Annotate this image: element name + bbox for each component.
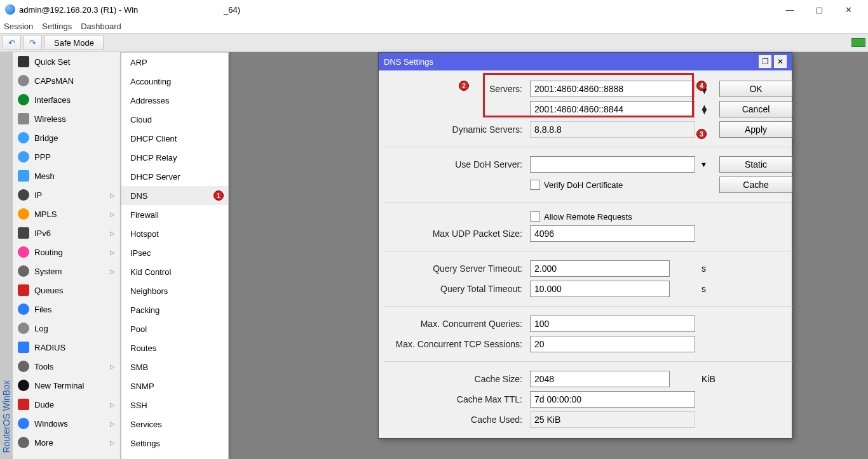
menu-dashboard[interactable]: Dashboard xyxy=(81,22,121,31)
label-qst: Query Server Timeout: xyxy=(379,263,525,274)
submenu-item-hotspot[interactable]: Hotspot xyxy=(121,224,228,243)
cancel-button[interactable]: Cancel xyxy=(719,101,792,117)
qtt-input[interactable] xyxy=(530,281,670,297)
label-cache-ttl: Cache Max TTL: xyxy=(379,394,525,404)
submenu-item-dhcp-server[interactable]: DHCP Server xyxy=(121,167,228,186)
safe-mode-button[interactable]: Safe Mode xyxy=(44,35,104,50)
submenu-item-cloud[interactable]: Cloud xyxy=(121,110,228,129)
cache-button[interactable]: Cache xyxy=(719,176,792,193)
server2-spinner[interactable]: ▲▼ xyxy=(700,105,712,114)
sidebar-item-capsman[interactable]: CAPsMAN xyxy=(13,71,120,90)
submenu-item-arp[interactable]: ARP xyxy=(121,53,228,72)
sidebar-item-tools[interactable]: Tools▷ xyxy=(13,357,120,376)
sidebar-item-bridge[interactable]: Bridge xyxy=(13,128,120,147)
doh-server-input[interactable] xyxy=(530,156,695,173)
sidebar-item-quick-set[interactable]: Quick Set xyxy=(13,52,120,71)
submenu-item-socks[interactable]: Socks xyxy=(121,453,228,459)
submenu-item-kid-control[interactable]: Kid Control xyxy=(121,262,228,281)
submenu-item-smb[interactable]: SMB xyxy=(121,357,228,376)
dialog-titlebar[interactable]: DNS Settings ❐ ✕ xyxy=(379,53,792,70)
sidebar-item-routing[interactable]: Routing▷ xyxy=(13,243,120,262)
sidebar-item-more[interactable]: More▷ xyxy=(13,433,120,452)
annotation-2: 2 xyxy=(459,81,469,91)
sidebar-item-ppp[interactable]: PPP xyxy=(13,147,120,166)
submenu-item-ssh[interactable]: SSH xyxy=(121,396,228,415)
static-button[interactable]: Static xyxy=(719,156,792,173)
sidebar-item-label: System xyxy=(34,267,62,276)
submenu-item-packing[interactable]: Packing xyxy=(121,300,228,319)
submenu-item-services[interactable]: Services xyxy=(121,415,228,434)
cache-size-input[interactable] xyxy=(530,371,670,387)
mcs-input[interactable] xyxy=(530,336,695,352)
sidebar-icon xyxy=(18,208,29,220)
sidebar-icon xyxy=(18,227,29,239)
sidebar-icon xyxy=(18,265,29,277)
server-input-1[interactable] xyxy=(530,81,695,97)
submenu-item-dhcp-relay[interactable]: DHCP Relay xyxy=(121,148,228,167)
submenu-item-routes[interactable]: Routes xyxy=(121,338,228,357)
sidebar: Quick SetCAPsMANInterfacesWirelessBridge… xyxy=(13,52,121,459)
menu-session[interactable]: Session xyxy=(4,22,33,31)
sidebar-item-label: Tools xyxy=(34,362,53,371)
max-udp-input[interactable] xyxy=(530,225,695,242)
sidebar-item-dude[interactable]: Dude▷ xyxy=(13,395,120,414)
close-button[interactable]: ✕ xyxy=(834,0,863,19)
submenu-item-snmp[interactable]: SNMP xyxy=(121,376,228,396)
undo-button[interactable]: ↶ xyxy=(3,35,21,50)
sidebar-item-mesh[interactable]: Mesh xyxy=(13,166,120,185)
verify-doh-label: Verify DoH Certificate xyxy=(544,180,623,190)
sidebar-item-radius[interactable]: RADIUS xyxy=(13,338,120,357)
dialog-restore-icon[interactable]: ❐ xyxy=(759,55,771,68)
separator xyxy=(384,147,792,147)
dynamic-servers-value: 8.8.8.8 xyxy=(530,121,695,138)
submenu-item-ipsec[interactable]: IPsec xyxy=(121,243,228,262)
verify-doh-row[interactable]: Verify DoH Certificate xyxy=(530,180,714,190)
sidebar-item-mpls[interactable]: MPLS▷ xyxy=(13,204,120,223)
minimize-button[interactable]: — xyxy=(775,0,804,19)
sidebar-icon xyxy=(18,303,29,315)
verify-doh-checkbox[interactable] xyxy=(530,180,540,190)
submenu-item-settings[interactable]: Settings xyxy=(121,434,228,453)
doh-dropdown-icon[interactable]: ▼ xyxy=(700,161,714,168)
server-input-2[interactable] xyxy=(530,101,695,117)
separator xyxy=(384,251,792,251)
cache-ttl-input[interactable] xyxy=(530,391,695,408)
allow-remote-checkbox[interactable] xyxy=(530,211,540,222)
apply-button[interactable]: Apply xyxy=(719,121,792,138)
qst-input[interactable] xyxy=(530,260,670,277)
sidebar-item-windows[interactable]: Windows▷ xyxy=(13,414,120,433)
allow-remote-row[interactable]: Allow Remote Requests xyxy=(530,211,714,222)
sidebar-icon xyxy=(18,361,29,372)
dialog-close-icon[interactable]: ✕ xyxy=(774,55,787,68)
sidebar-item-files[interactable]: Files xyxy=(13,300,120,319)
sidebar-item-ipv6[interactable]: IPv6▷ xyxy=(13,223,120,243)
sidebar-item-log[interactable]: Log xyxy=(13,319,120,338)
submenu-item-accounting[interactable]: Accounting xyxy=(121,72,228,91)
sidebar-item-wireless[interactable]: Wireless xyxy=(13,109,120,128)
sidebar-item-ip[interactable]: IP▷ xyxy=(13,185,120,204)
cache-used-value: 25 KiB xyxy=(530,411,695,428)
submenu-item-firewall[interactable]: Firewall xyxy=(121,205,228,224)
sidebar-item-interfaces[interactable]: Interfaces xyxy=(13,90,120,109)
menu-settings[interactable]: Settings xyxy=(42,22,72,31)
redo-button[interactable]: ↷ xyxy=(24,35,42,50)
dialog-body: 2 4 3 Servers: ▲▼ OK ▲▼ Cancel Dynamic S… xyxy=(379,70,792,438)
submenu-item-neighbors[interactable]: Neighbors xyxy=(121,281,228,300)
separator xyxy=(384,202,792,203)
submenu-item-addresses[interactable]: Addresses xyxy=(121,91,228,110)
sidebar-item-label: PPP xyxy=(34,152,51,162)
ok-button[interactable]: OK xyxy=(719,81,792,97)
sidebar-item-new-terminal[interactable]: New Terminal xyxy=(13,376,120,395)
sidebar-item-system[interactable]: System▷ xyxy=(13,262,120,281)
submenu-item-dns[interactable]: DNS xyxy=(121,186,228,205)
mcq-input[interactable] xyxy=(530,316,695,332)
sidebar-icon xyxy=(18,418,29,429)
vertical-label-text: RouterOS WinBox xyxy=(1,380,11,453)
sidebar-item-label: RADIUS xyxy=(34,343,65,352)
maximize-button[interactable]: ▢ xyxy=(804,0,834,19)
sidebar-item-label: Mesh xyxy=(34,171,55,181)
submenu-item-dhcp-client[interactable]: DHCP Client xyxy=(121,129,228,148)
sidebar-icon xyxy=(18,189,29,201)
submenu-item-pool[interactable]: Pool xyxy=(121,319,228,338)
sidebar-item-queues[interactable]: Queues xyxy=(13,281,120,300)
